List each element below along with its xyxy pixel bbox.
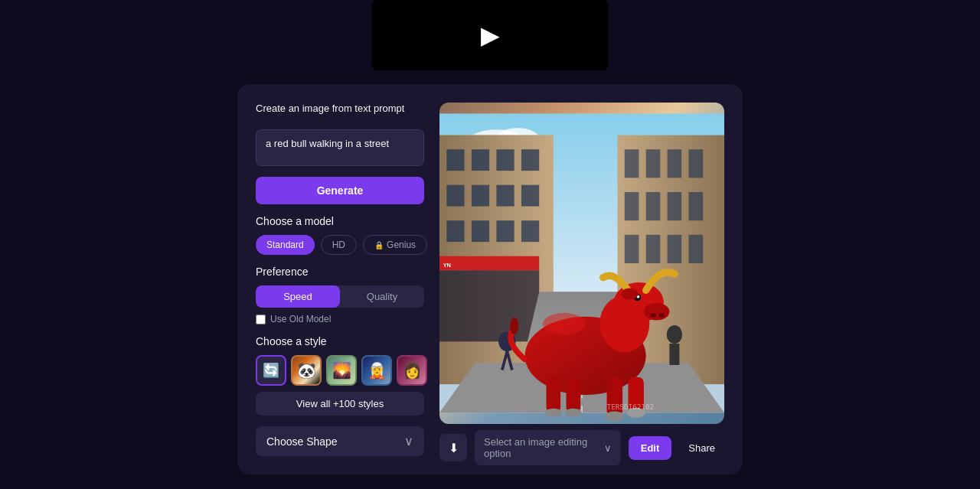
svg-rect-56 [547, 377, 561, 413]
svg-point-58 [606, 411, 624, 421]
dropdown-chevron-icon: ∨ [604, 442, 612, 454]
model-title: Choose a model [256, 215, 424, 227]
lock-icon: 🔒 [374, 241, 384, 249]
speed-btn[interactable]: Speed [256, 285, 340, 308]
svg-point-53 [621, 289, 638, 300]
svg-rect-29 [668, 192, 682, 220]
bottom-bar: ⬇ Select an image editing option ∨ Edit … [439, 430, 724, 465]
svg-point-41 [667, 325, 682, 344]
svg-text:TERSDI62102: TERSDI62102 [607, 403, 655, 411]
svg-point-46 [644, 303, 669, 320]
svg-point-63 [543, 313, 586, 334]
svg-text:YN: YN [443, 262, 451, 269]
svg-rect-7 [446, 149, 464, 171]
svg-point-61 [565, 409, 582, 417]
svg-rect-34 [689, 235, 704, 263]
preference-title: Preference [256, 266, 424, 278]
svg-rect-28 [646, 192, 661, 220]
choose-shape-label: Choose Shape [266, 435, 338, 448]
svg-rect-12 [472, 185, 489, 207]
main-container: Create an image from text prompt a red b… [237, 84, 743, 474]
preference-section: Preference Speed Quality Use Old Model [256, 266, 424, 324]
choose-shape-row[interactable]: Choose Shape ∨ [256, 426, 424, 456]
svg-rect-42 [669, 344, 679, 365]
style-thumbnails: 🔄 🐼 🌄 🧝 👩 [256, 355, 424, 386]
model-standard-btn[interactable]: Standard [256, 235, 315, 255]
svg-point-47 [650, 313, 655, 318]
select-placeholder: Select an image editing option [484, 436, 604, 459]
svg-rect-17 [496, 220, 514, 242]
svg-point-52 [671, 270, 678, 277]
bull-scene-svg: YN [439, 103, 724, 424]
svg-rect-31 [625, 235, 639, 263]
model-buttons: Standard HD 🔒 Genius [256, 235, 424, 255]
prompt-label: Create an image from text prompt [256, 103, 424, 114]
svg-rect-32 [646, 235, 661, 263]
select-dropdown[interactable]: Select an image editing option ∨ [475, 430, 621, 465]
style-thumb-3[interactable]: 🌄 [326, 355, 357, 386]
download-button[interactable]: ⬇ [439, 434, 467, 461]
style-section: Choose a style 🔄 🐼 🌄 🧝 👩 View all +100 s… [256, 335, 424, 416]
video-thumbnail[interactable]: ▶ [371, 0, 609, 70]
model-genius-btn[interactable]: 🔒 Genius [363, 235, 427, 255]
svg-rect-25 [668, 149, 682, 178]
svg-rect-19 [439, 256, 539, 271]
style-thumb-5[interactable]: 👩 [397, 355, 427, 386]
svg-rect-16 [472, 220, 489, 242]
svg-rect-18 [521, 220, 539, 242]
svg-rect-14 [521, 185, 539, 207]
svg-rect-23 [625, 149, 639, 178]
style-thumb-1[interactable]: 🔄 [256, 355, 286, 386]
svg-rect-10 [521, 149, 539, 171]
left-panel: Create an image from text prompt a red b… [256, 103, 424, 456]
svg-rect-33 [668, 235, 682, 263]
generated-image: YN [439, 103, 724, 424]
model-section: Choose a model Standard HD 🔒 Genius [256, 215, 424, 255]
style-title: Choose a style [256, 335, 424, 347]
svg-rect-21 [439, 270, 539, 341]
model-hd-btn[interactable]: HD [321, 235, 357, 255]
share-button[interactable]: Share [679, 436, 724, 460]
generate-button[interactable]: Generate [256, 177, 424, 204]
svg-rect-15 [446, 220, 464, 242]
style-thumb-4[interactable]: 🧝 [361, 355, 392, 386]
svg-rect-57 [567, 379, 581, 413]
chevron-down-icon: ∨ [404, 434, 413, 448]
svg-rect-27 [625, 192, 639, 220]
choose-shape-section: Choose Shape ∨ [256, 426, 424, 456]
use-old-model-label[interactable]: Use Old Model [270, 314, 331, 324]
quality-btn[interactable]: Quality [340, 285, 424, 308]
style-thumb-2[interactable]: 🐼 [291, 355, 322, 386]
svg-point-62 [510, 318, 518, 334]
svg-rect-13 [496, 185, 514, 207]
svg-rect-9 [496, 149, 514, 171]
svg-rect-26 [689, 149, 704, 178]
right-panel: YN [439, 103, 724, 456]
svg-point-60 [545, 409, 562, 417]
use-old-model-row: Use Old Model [256, 314, 424, 324]
svg-rect-11 [446, 185, 464, 207]
play-icon: ▶ [481, 21, 500, 50]
preference-buttons: Speed Quality [256, 285, 424, 308]
view-all-button[interactable]: View all +100 styles [256, 392, 424, 416]
svg-rect-8 [472, 149, 489, 171]
edit-button[interactable]: Edit [629, 436, 672, 460]
use-old-model-checkbox[interactable] [256, 315, 266, 324]
svg-point-48 [658, 313, 664, 318]
svg-rect-30 [689, 192, 704, 220]
prompt-input[interactable]: a red bull walking in a street [256, 129, 424, 166]
svg-rect-24 [646, 149, 661, 178]
svg-point-51 [599, 274, 606, 281]
